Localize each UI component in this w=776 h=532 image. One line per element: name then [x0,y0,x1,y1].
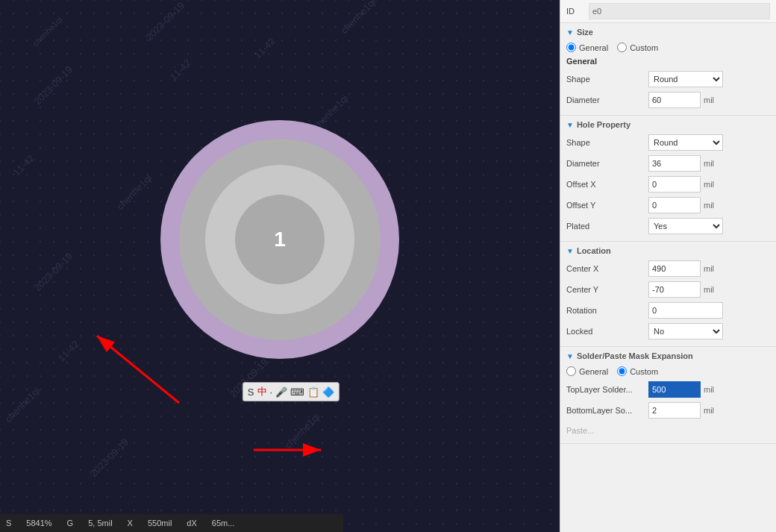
status-g-label: G [67,519,74,528]
offset-x-row: Offset X mil [566,174,770,195]
size-custom-radio-label[interactable]: Custom [617,43,658,52]
solder-custom-radio-label[interactable]: Custom [617,366,658,376]
size-custom-radio[interactable] [617,43,627,52]
size-triangle: ▼ [566,28,574,37]
locked-select[interactable]: No Yes [648,323,723,339]
bottom-layer-row: BottomLayer So... mil [566,400,770,421]
bottom-layer-value-container: mil [648,402,770,419]
ime-s[interactable]: S [248,387,254,398]
center-y-value-container: mil [648,281,770,298]
center-y-input[interactable] [648,281,701,298]
status-dx-value: 65m... [212,519,235,528]
hole-diameter-unit: mil [704,159,714,168]
solder-general-text: General [579,367,608,376]
hole-shape-value-container: Round [648,134,770,151]
solder-radio-group: General Custom [566,363,770,379]
solder-general-radio[interactable] [566,366,576,376]
pcb-component[interactable]: 1 [160,120,399,359]
status-x-value: 550mil [148,519,172,528]
diameter-row: Diameter mil [566,90,770,110]
size-section-header[interactable]: ▼ Size [566,28,770,37]
ime-mic[interactable]: 🎤 [275,387,287,398]
size-label: Size [577,28,593,37]
status-s-value: 5841% [26,519,51,528]
center-y-label: Center Y [566,285,648,294]
center-circle: 1 [235,195,325,284]
center-x-label: Center X [566,264,648,273]
status-dx-label: dX [187,519,196,528]
solder-section-header[interactable]: ▼ Solder/Paste Mask Expansion [566,351,770,360]
rotation-label: Rotation [566,306,648,315]
size-section: ▼ Size General Custom General Shape Roun… [560,23,776,116]
location-label: Location [577,246,611,255]
ime-clipboard[interactable]: 📋 [307,387,319,398]
location-section-header[interactable]: ▼ Location [566,246,770,255]
id-input[interactable] [589,3,770,19]
offset-y-input[interactable] [648,197,701,213]
center-x-input[interactable] [648,260,701,277]
size-general-radio[interactable] [566,43,576,52]
top-layer-row: TopLayer Solder... mil [566,379,770,400]
solder-custom-radio[interactable] [617,366,627,376]
hole-diameter-value-container: mil [648,155,770,172]
size-general-text: General [579,43,608,52]
center-y-unit: mil [704,285,714,294]
diameter-input[interactable] [648,92,701,108]
solder-section: ▼ Solder/Paste Mask Expansion General Cu… [560,347,776,444]
plated-select[interactable]: Yes No [648,218,723,234]
ime-dot[interactable]: · [270,387,273,398]
plated-row: Plated Yes No [566,216,770,237]
rotation-input[interactable] [648,302,723,319]
locked-label: Locked [566,327,648,336]
shape-value-container: Round [648,71,770,87]
center-x-value-container: mil [648,260,770,277]
solder-general-radio-label[interactable]: General [566,366,608,376]
top-layer-unit: mil [704,385,714,394]
offset-y-label: Offset Y [566,201,648,210]
outer-ring: 1 [160,120,399,359]
bottom-layer-input[interactable] [648,402,701,419]
hole-shape-row: Shape Round [566,132,770,153]
offset-x-label: Offset X [566,180,648,189]
paste-partial-label: Paste... [566,426,594,435]
diameter-value-container: mil [648,92,770,108]
id-label: ID [566,7,589,16]
shape-row: Shape Round [566,69,770,90]
solder-custom-text: Custom [630,367,658,376]
center-y-row: Center Y mil [566,279,770,300]
offset-x-input[interactable] [648,176,701,193]
top-layer-value-container: mil [648,381,770,398]
inner-ring: 1 [205,165,354,314]
solder-label: Solder/Paste Mask Expansion [577,351,693,360]
hole-diameter-input[interactable] [648,155,701,172]
top-layer-label: TopLayer Solder... [566,385,648,394]
size-radio-group: General Custom [566,40,770,55]
hole-property-section: ▼ Hole Property Shape Round Diameter mil… [560,116,776,242]
rotation-value-container [648,302,770,319]
ime-blue: 🔷 [322,387,334,398]
diameter-label: Diameter [566,96,648,104]
svg-line-1 [97,336,179,403]
ime-chinese[interactable]: 中 [257,385,267,398]
bottom-layer-label: BottomLayer So... [566,406,648,415]
hole-section-header[interactable]: ▼ Hole Property [566,120,770,129]
hole-diameter-label: Diameter [566,159,648,168]
status-bar: S 5841% G 5, 5mil X 550mil dX 65m... [0,514,343,532]
location-triangle: ▼ [566,247,574,255]
ime-keyboard[interactable]: ⌨ [290,387,304,398]
solder-triangle: ▼ [566,352,574,360]
top-layer-input[interactable] [648,381,701,398]
location-section: ▼ Location Center X mil Center Y mil Rot… [560,242,776,347]
size-general-radio-label[interactable]: General [566,43,608,52]
shape-select[interactable]: Round [648,71,723,87]
locked-row: Locked No Yes [566,321,770,342]
canvas-area[interactable]: chenhe1qi 2023-09-19 11-42 chenhe1qi 202… [0,0,560,532]
component-label: 1 [274,228,286,251]
status-x-label: X [128,519,133,528]
hole-shape-select[interactable]: Round [648,134,723,151]
ime-toolbar: S 中 · 🎤 ⌨ 📋 🔷 [242,382,340,401]
offset-x-value-container: mil [648,176,770,193]
plated-value-container: Yes No [648,218,770,234]
offset-y-value-container: mil [648,197,770,213]
plated-label: Plated [566,222,648,231]
